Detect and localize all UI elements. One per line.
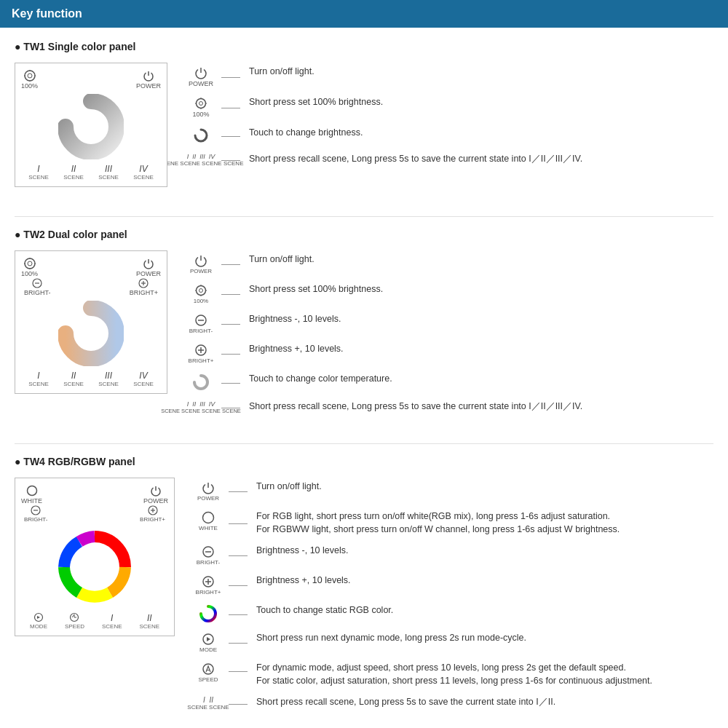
svg-point-41: [76, 548, 114, 586]
dash: ——: [221, 130, 240, 141]
tw4-feature-power: POWER —— Turn on/off light.: [197, 480, 713, 502]
tw1-title: ● TW1 Single color panel: [15, 41, 713, 52]
tw4-feature-bright-plus-text: Brightness +, 10 levels.: [256, 574, 713, 587]
tw2-row: 100% POWER: [15, 250, 713, 414]
dash: ——: [221, 348, 240, 359]
tw1-feature-brightness: 100% —— Short press set 100% brightness.: [189, 96, 713, 118]
tw2-feature-bright-plus: BRIGHT+ —— Brightness +, 10 levels.: [189, 343, 713, 364]
dash: ——: [221, 288, 240, 299]
tw4-panel-center: [21, 527, 168, 607]
tw1-features: POWER —— Turn on/off light.: [189, 63, 713, 167]
tw4-row: WHITE POWER: [15, 478, 713, 711]
tw2-feature-brightness-text: Short press set 100% brightness.: [249, 283, 713, 296]
tw2-panel-center: [21, 301, 161, 366]
dash: ——: [221, 258, 240, 269]
speed-btn: SPEED: [65, 612, 84, 630]
svg-point-6: [197, 99, 206, 108]
dash: ——: [221, 102, 240, 113]
svg-point-0: [25, 71, 35, 81]
tw1-panel-center: [21, 94, 161, 159]
dash: ——: [229, 579, 248, 590]
tw4-feature-speed: SPEED —— For dynamic mode, adjust speed,…: [197, 662, 713, 687]
tw1-scenes: ISCENE IISCENE IIISCENE IVSCENE: [21, 164, 161, 181]
speed-icon: SPEED: [197, 662, 220, 683]
tw1-brightness-label: 100%: [21, 82, 38, 90]
dash: ——: [229, 486, 248, 496]
tw1-panel: 100% POWER: [15, 63, 167, 187]
tw4-scenes: MODE SPEED ISCENE IISCENE: [21, 612, 168, 630]
tw2-section: ● TW2 Dual color panel 100%: [0, 229, 728, 436]
scene-I: ISCENE: [28, 164, 49, 181]
tw4-section: ● TW4 RGB/RGBW panel WHITE: [0, 456, 728, 728]
tw2-bright-minus-btn: BRIGHT-: [24, 277, 51, 296]
dash: ——: [221, 154, 240, 165]
power-icon: POWER: [189, 66, 213, 87]
dash: ——: [229, 550, 248, 561]
tw4-white-label: WHITE: [21, 497, 42, 505]
svg-point-23: [197, 286, 206, 296]
page-header: Key function: [0, 0, 728, 28]
tw4-title: ● TW4 RGB/RGBW panel: [15, 456, 713, 467]
tw2-features: POWER —— Turn on/off light.: [189, 250, 713, 414]
tw4-feature-mode-text: Short press run next dynamic mode, long …: [256, 632, 713, 645]
tw4-bright-plus-btn: BRIGHT+: [140, 505, 165, 523]
tw4-feature-bright-plus: BRIGHT+ —— Brightness +, 10 levels.: [197, 574, 713, 596]
tw4-feature-white-text: For RGB light, short press turn on/off w…: [256, 510, 713, 536]
divider-2: [15, 443, 713, 444]
tw4-feature-rgb-knob: —— Touch to change static RGB color.: [197, 604, 713, 623]
knob-icon: [189, 127, 213, 144]
tw2-feature-power-text: Turn on/off light.: [249, 253, 713, 266]
tw2-feature-knob-text: Touch to change color temperature.: [249, 373, 713, 386]
svg-point-12: [25, 258, 35, 269]
tw2-power-btn: POWER: [136, 257, 161, 277]
tw4-feature-scene: I II SCENE SCENE —— Short press recall s…: [197, 696, 713, 711]
tw2-panel: 100% POWER: [15, 250, 167, 394]
tw4-white-btn: WHITE: [21, 484, 42, 505]
knob-color-icon: [189, 373, 213, 392]
tw4-feature-power-text: Turn on/off light.: [256, 480, 713, 494]
scene-II: IISCENE: [63, 164, 84, 181]
tw4-feature-bright-minus: BRIGHT- —— Brightness -, 10 levels.: [197, 545, 713, 566]
tw2-brightness-btn: 100%: [21, 257, 38, 277]
tw4-feature-rgb-knob-text: Touch to change static RGB color.: [256, 604, 713, 617]
tw4-feature-bright-minus-text: Brightness -, 10 levels.: [256, 545, 713, 558]
tw1-feature-scene: I II III IV SCENE SCENE SCENE SCENE —— S…: [189, 153, 713, 167]
brightness-icon: 100%: [189, 283, 213, 304]
brightness-minus-icon: BRIGHT-: [197, 545, 220, 566]
white-icon: WHITE: [197, 510, 220, 531]
scene-II-btn: IISCENE: [139, 613, 159, 630]
svg-point-24: [199, 289, 203, 293]
brightness-icon: 100%: [189, 96, 213, 118]
bright-minus-label: BRIGHT-: [24, 289, 51, 296]
dash: ——: [221, 318, 240, 329]
dash: ——: [229, 698, 248, 709]
scene-III: IIISCENE: [98, 164, 119, 181]
scene-icon: I II III IV SCENE SCENE SCENE SCENE: [189, 153, 213, 167]
tw1-feature-brightness-text: Short press set 100% brightness.: [249, 96, 713, 109]
tw4-feature-white: WHITE —— For RGB light, short press turn…: [197, 510, 713, 536]
rgb-knob-icon: [197, 604, 220, 623]
tw2-feature-bright-minus: BRIGHT- —— Brightness -, 10 levels.: [189, 313, 713, 334]
tw4-power-label: POWER: [143, 497, 168, 505]
brightness-plus-icon: BRIGHT+: [197, 574, 220, 596]
header-title: Key function: [12, 7, 82, 20]
brightness-minus-icon: BRIGHT-: [189, 313, 213, 334]
scene-III: IIISCENE: [98, 371, 119, 387]
scene-icon: I II III IV SCENE SCENE SCENE SCENE: [189, 400, 213, 414]
tw2-feature-scene: I II III IV SCENE SCENE SCENE SCENE —— S…: [189, 400, 713, 414]
tw2-scenes: ISCENE IISCENE IIISCENE IVSCENE: [21, 371, 161, 387]
tw1-feature-power-text: Turn on/off light.: [249, 66, 713, 79]
tw4-power-btn: POWER: [143, 484, 168, 505]
dash: ——: [221, 402, 240, 413]
power-icon: POWER: [197, 480, 220, 502]
scene-II: IISCENE: [63, 371, 84, 387]
tw1-row: 100% POWER: [15, 63, 713, 187]
dash: ——: [221, 71, 240, 82]
dash: ——: [229, 609, 248, 620]
mode-btn: MODE: [30, 612, 47, 630]
tw2-feature-brightness: 100% —— Short press set 100% brightness.: [189, 283, 713, 304]
scene-IV: IVSCENE: [133, 371, 154, 387]
tw2-panel-mid: BRIGHT- BRIGHT+: [21, 277, 161, 296]
tw2-title: ● TW2 Dual color panel: [15, 229, 713, 240]
tw2-feature-bright-plus-text: Brightness +, 10 levels.: [249, 343, 713, 356]
